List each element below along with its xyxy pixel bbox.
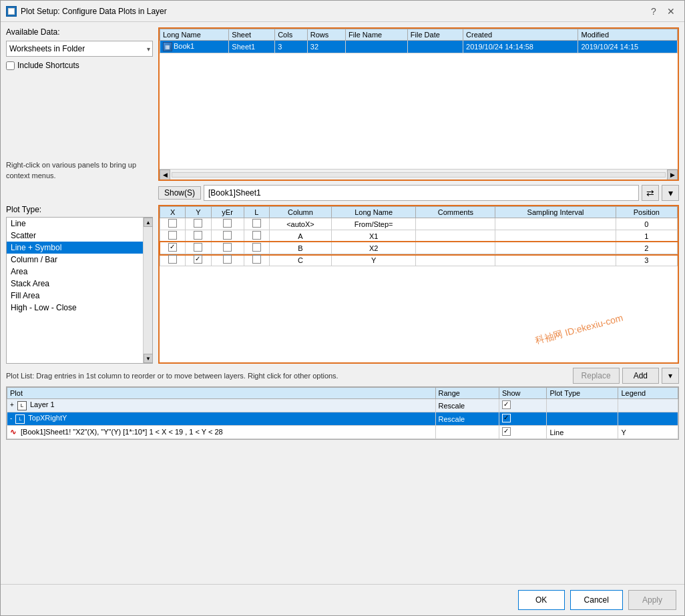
plot-type-area[interactable]: Area — [7, 266, 152, 278]
grid-cell-longname-2: X2 — [332, 242, 416, 254]
app-icon-inner — [8, 8, 15, 15]
checkbox-yer-2[interactable] — [223, 243, 232, 252]
include-shortcuts-label[interactable]: Include Shortcuts — [6, 61, 153, 70]
col-created: Created — [463, 29, 578, 41]
plot-type-stack-area[interactable]: Stack Area — [7, 278, 152, 290]
grid-col-comments: Comments — [416, 207, 495, 218]
show-dropdown-button[interactable]: ▾ — [662, 185, 679, 201]
grid-cell-y-0[interactable] — [186, 218, 211, 230]
horizontal-scrollbar[interactable]: ◀ ▶ — [160, 169, 678, 180]
checkbox-l-1[interactable] — [252, 231, 261, 240]
list-cell-show-data[interactable] — [499, 426, 547, 439]
checkbox-l-0[interactable] — [252, 219, 261, 228]
grid-cell-l-2[interactable] — [244, 242, 269, 254]
cancel-button[interactable]: Cancel — [570, 590, 623, 610]
list-row-layer1[interactable]: + L Layer 1 Rescale — [7, 399, 678, 412]
data-source-dropdown-wrapper[interactable]: Worksheets in FolderAll WorksheetsAll Ma… — [6, 41, 153, 57]
help-button[interactable]: ? — [646, 5, 662, 18]
line-plot-icon: ∿ — [10, 428, 16, 436]
add-button[interactable]: Add — [622, 368, 659, 384]
grid-cell-yer-0[interactable] — [211, 218, 244, 230]
checkbox-y-1[interactable] — [194, 231, 202, 240]
checkbox-x-0[interactable] — [168, 219, 177, 228]
grid-cell-l-3[interactable] — [244, 254, 269, 266]
plot-type-line-symbol[interactable]: Line + Symbol — [7, 242, 152, 254]
grid-cell-y-3[interactable] — [186, 254, 211, 266]
list-cell-show-layer1[interactable] — [499, 399, 547, 412]
list-cell-range-toprighty: Rescale — [435, 412, 499, 426]
checkbox-l-2[interactable] — [252, 243, 261, 252]
table-row[interactable]: ▦Book1 Sheet1 3 32 2019/10/24 14:14:58 2… — [160, 41, 678, 53]
grid-cell-y-2[interactable] — [186, 242, 211, 254]
scroll-left-button[interactable]: ◀ — [160, 170, 170, 180]
expand-icon-toprighty[interactable]: - — [10, 414, 12, 422]
data-table-panel: Long Name Sheet Cols Rows File Name File… — [158, 27, 679, 181]
grid-row-1: A X1 1 — [160, 230, 678, 242]
list-cell-plot-layer1: + L Layer 1 — [7, 399, 436, 412]
close-button[interactable]: ✕ — [663, 5, 679, 18]
grid-cell-y-1[interactable] — [186, 230, 211, 242]
grid-cell-x-3[interactable] — [160, 254, 186, 266]
checkbox-x-2[interactable] — [168, 243, 177, 252]
swap-button[interactable]: ⇄ — [642, 185, 659, 201]
replace-button[interactable]: Replace — [573, 368, 620, 384]
add-dropdown-button[interactable]: ▾ — [662, 368, 679, 384]
plot-type-high-low-close[interactable]: High - Low - Close — [7, 302, 152, 314]
plot-type-column-bar[interactable]: Column / Bar — [7, 254, 152, 266]
grid-cell-yer-3[interactable] — [211, 254, 244, 266]
list-cell-legend-toprighty — [618, 412, 678, 426]
checkbox-x-1[interactable] — [168, 231, 177, 240]
list-cell-range-layer1: Rescale — [435, 399, 499, 412]
checkbox-x-3[interactable] — [168, 255, 177, 264]
checkbox-y-3[interactable] — [194, 255, 202, 264]
ok-button[interactable]: OK — [518, 590, 565, 610]
cell-created: 2019/10/24 14:14:58 — [463, 41, 578, 53]
checkbox-yer-3[interactable] — [223, 255, 232, 264]
grid-cell-comments-0 — [416, 218, 495, 230]
type-scroll-down[interactable]: ▼ — [144, 354, 153, 363]
plot-type-fill-area[interactable]: Fill Area — [7, 290, 152, 302]
list-col-range: Range — [435, 388, 499, 399]
checkbox-l-3[interactable] — [252, 255, 261, 264]
include-shortcuts-checkbox[interactable] — [6, 61, 15, 70]
list-row-data[interactable]: ∿ [Book1]Sheet1! "X2"(X), "Y"(Y) [1*:10*… — [7, 426, 678, 439]
grid-cell-l-0[interactable] — [244, 218, 269, 230]
grid-cell-yer-1[interactable] — [211, 230, 244, 242]
grid-cell-x-0[interactable] — [160, 218, 186, 230]
grid-row-0: <autoX> From/Step= 0 — [160, 218, 678, 230]
cell-long-name: ▦Book1 — [160, 41, 229, 53]
grid-col-l: L — [244, 207, 269, 218]
plot-type-list: Line Scatter Line + Symbol Column / Bar … — [6, 217, 153, 364]
cell-sheet: Sheet1 — [229, 41, 275, 53]
show-bar: Show(S) ⇄ ▾ — [158, 185, 679, 201]
grid-cell-x-1[interactable] — [160, 230, 186, 242]
data-source-dropdown[interactable]: Worksheets in FolderAll WorksheetsAll Ma… — [6, 41, 153, 57]
grid-row-2: B X2 2 — [160, 242, 678, 254]
checkbox-yer-1[interactable] — [223, 231, 232, 240]
expand-icon-layer1[interactable]: + — [10, 401, 14, 408]
type-list-scrollbar[interactable]: ▲ ▼ — [143, 218, 152, 363]
layer-icon-toprighty: L — [15, 414, 25, 424]
show-checkbox-data[interactable] — [502, 427, 511, 436]
scroll-right-button[interactable]: ▶ — [667, 170, 678, 180]
plot-type-scatter[interactable]: Scatter — [7, 230, 152, 242]
grid-cell-l-1[interactable] — [244, 230, 269, 242]
grid-cell-yer-2[interactable] — [211, 242, 244, 254]
grid-cell-x-2[interactable] — [160, 242, 186, 254]
checkbox-y-2[interactable] — [194, 243, 202, 252]
list-cell-show-toprighty[interactable] — [499, 412, 547, 426]
list-cell-type-toprighty — [547, 412, 618, 426]
show-value-input[interactable] — [204, 185, 639, 201]
context-menu-hint: Right-click on various panels to bring u… — [6, 160, 153, 181]
apply-button[interactable]: Apply — [628, 590, 676, 610]
show-checkbox-layer1[interactable] — [502, 400, 511, 409]
list-row-toprighty[interactable]: - L TopXRightY Rescale — [7, 412, 678, 426]
show-checkbox-toprighty[interactable] — [502, 414, 511, 422]
checkbox-y-0[interactable] — [194, 219, 202, 228]
plot-type-line[interactable]: Line — [7, 218, 152, 230]
scroll-track — [172, 172, 666, 178]
app-icon — [6, 6, 17, 17]
grid-cell-sampling-1 — [495, 230, 616, 242]
checkbox-yer-0[interactable] — [223, 219, 232, 228]
type-scroll-up[interactable]: ▲ — [144, 218, 153, 227]
